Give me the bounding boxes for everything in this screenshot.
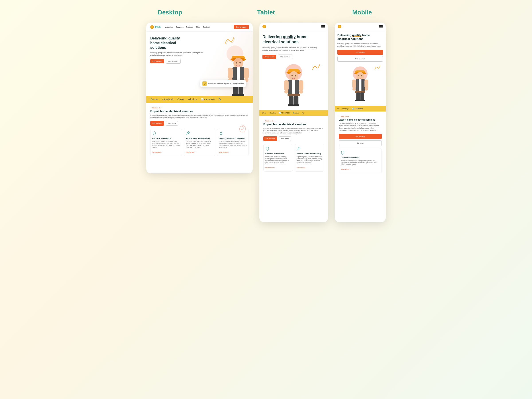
tablet-hero-desc: Delivering quality home electrical solut… (262, 47, 319, 52)
mobile-worker-area (337, 64, 383, 106)
svg-rect-11 (244, 68, 249, 79)
device-labels-row: Desktop Tablet Mobile (122, 9, 410, 16)
mobile-services-cta-primary[interactable]: Get a quote (339, 134, 382, 139)
tablet-brand-aven: 🐾 aven. (293, 112, 299, 114)
card-electrical-desc: Professional installation of wiring, out… (152, 140, 180, 148)
mobile-services-cta-secondary[interactable]: Our team (339, 140, 382, 146)
mobile-cta-secondary[interactable]: Our services (337, 56, 383, 62)
nav-services[interactable]: Services (176, 26, 184, 28)
card-repairs-desc: Expert diagnosis and repair of electrica… (186, 140, 214, 148)
card-repairs-link[interactable]: View service › (186, 151, 195, 153)
card-electrical-link[interactable]: View service › (152, 151, 162, 153)
svg-rect-31 (295, 80, 297, 96)
tablet-card-repairs-link[interactable]: View service › (297, 167, 306, 168)
bg-scribble (226, 45, 244, 63)
card-lighting-desc: Customized lighting solutions to enhance… (219, 140, 247, 148)
svg-point-45 (356, 72, 364, 80)
tooltip-icon: ⬡ (202, 81, 207, 86)
desktop-logo: ⚡ Elek (150, 25, 161, 29)
svg-rect-59 (355, 100, 361, 101)
mobile-brands-bar: xa velocity 9 📊 ASGARDIA (335, 106, 386, 112)
mobile-brand-asgardia: 📊 ASGARDIA (352, 108, 363, 110)
tablet-logo-icon: ⚡ (262, 25, 266, 28)
svg-rect-30 (291, 80, 292, 96)
tablet-card-electrical: Electrical installations Professional in… (263, 144, 293, 171)
tablet-cta-secondary[interactable]: Our services (278, 55, 293, 59)
mobile-label: Mobile (314, 9, 410, 16)
svg-point-54 (352, 88, 356, 91)
svg-rect-32 (284, 80, 289, 90)
mobile-services-tag: — What we do — (339, 116, 382, 117)
tablet-card-electrical-link[interactable]: View service › (265, 167, 275, 168)
mobile-card-electrical-title: Electrical installations (341, 157, 380, 159)
tablet-cta-primary[interactable]: Get a quote (262, 55, 276, 59)
tablet-service-cards: Electrical installations Professional in… (263, 144, 324, 171)
card-electrical-title: Electrical installations (152, 137, 180, 139)
framer-tooltip: ⬡ Explore our collection of premium Fram… (200, 80, 246, 87)
svg-point-25 (289, 71, 298, 81)
svg-rect-39 (288, 104, 294, 106)
services-cta-primary[interactable]: Get a quote (150, 121, 164, 126)
tablet-brand-hexa: ⬡ xa (262, 112, 266, 114)
svg-rect-58 (361, 92, 364, 101)
hero-cta-primary[interactable]: Get a quote (150, 59, 164, 63)
tablet-squiggle (312, 64, 321, 71)
svg-point-27 (295, 75, 296, 76)
nav-contact[interactable]: Contact (203, 26, 209, 28)
tablet-hamburger[interactable] (321, 25, 325, 28)
nav-blog[interactable]: Blog (196, 26, 200, 28)
services-title: Expert home electrical services (150, 109, 249, 113)
mobile-squiggle (374, 65, 381, 70)
nav-about[interactable]: About us (165, 26, 173, 28)
svg-rect-38 (294, 96, 298, 106)
tablet-services-tag: — What we do — (263, 120, 324, 122)
mobile-card-electrical-desc: Professional installation of wiring, out… (341, 160, 380, 165)
services-cta-secondary[interactable]: Our team (166, 121, 178, 126)
svg-rect-53 (364, 80, 368, 88)
svg-point-47 (361, 75, 362, 76)
tablet-services-desc: Our skilled electricians provide top-qua… (263, 127, 324, 134)
tablet-card-repairs: Repairs and troubleshooting Expert diagn… (295, 144, 324, 171)
nav-cta-button[interactable]: Get a quote (234, 25, 249, 29)
desktop-frame: ⚡ Elek About us Services Projects Blog C… (146, 23, 253, 173)
svg-point-26 (291, 75, 293, 76)
tablet-frame: ⚡ Delivering quality homeelectrical solu… (259, 23, 328, 222)
shield-icon (152, 131, 156, 135)
brand-asgardia: 📊 ASGARDIA (201, 98, 215, 101)
mobile-card-electrical-link[interactable]: View service › (341, 169, 350, 170)
brand-codelab: {;}CodeLab (163, 98, 173, 101)
tablet-nav: ⚡ (259, 23, 328, 31)
svg-point-55 (365, 88, 368, 91)
tablet-shield-icon (265, 146, 269, 151)
brand-aven: 🐾 aven. (150, 98, 158, 101)
mobile-nav: ⚡ (335, 23, 386, 31)
tablet-services-buttons: Get a quote Our team (263, 136, 324, 141)
card-lighting-link[interactable]: View service › (219, 151, 228, 153)
tablet-wrench-icon (297, 146, 301, 151)
mobile-cta-primary[interactable]: Get a quote (337, 50, 383, 55)
tablet-hero: Delivering quality homeelectrical soluti… (259, 31, 328, 110)
service-card-repairs: Repairs and troubleshooting Expert diagn… (184, 129, 215, 156)
desktop-nav: ⚡ Elek About us Services Projects Blog C… (146, 23, 253, 32)
tablet-services-cta-secondary[interactable]: Our team (279, 136, 291, 141)
tablet-brand-codelab: {;} (302, 112, 304, 114)
tablet-label: Tablet (218, 9, 314, 16)
mobile-shield-icon (341, 151, 345, 154)
mobile-logo-icon: ⚡ (338, 25, 341, 28)
hero-image-area: ⬡ Explore our collection of premium Fram… (194, 32, 253, 96)
mobile-hero-desc: Delivering quality home electrical solut… (337, 43, 383, 47)
mobile-brand-velocity: velocity 9 (342, 108, 349, 110)
mobile-card-electrical: Electrical installations Professional in… (339, 148, 382, 173)
tablet-brand-asgardia: 📊 ASGARDIA (279, 112, 290, 114)
tablet-services-cta-primary[interactable]: Get a quote (263, 136, 277, 141)
logo-icon: ⚡ (150, 25, 154, 29)
nav-projects[interactable]: Projects (186, 26, 194, 28)
tablet-logo: ⚡ (262, 25, 266, 28)
mobile-hamburger[interactable] (379, 25, 383, 28)
mobile-worker (349, 64, 371, 101)
brand-hexa: ⬡ hexa (177, 98, 184, 101)
tablet-worker (280, 61, 307, 106)
services-tag: — What we do — (150, 107, 249, 109)
hero-cta-secondary[interactable]: Our services (166, 59, 181, 64)
tablet-card-repairs-title: Repairs and troubleshooting (297, 153, 322, 155)
